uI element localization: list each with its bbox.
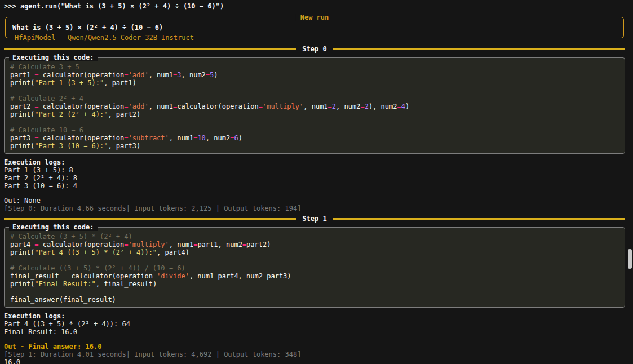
code-line: # Calculate (3 + 5) * (2² + 4) <box>10 233 619 241</box>
execution-logs-title: Execution logs: <box>4 158 625 166</box>
code-line: print("Final Result:", final_result) <box>10 280 619 288</box>
rule-line <box>4 48 296 50</box>
out-line: Out - Final answer: 16.0 <box>4 343 625 350</box>
rule-line <box>333 48 625 50</box>
code-line <box>10 288 619 296</box>
step-rule: Step 0 <box>4 45 625 53</box>
code-line: # Calculate 10 − 6 <box>10 126 619 134</box>
code-line: part1 = calculator(operation='add', num1… <box>10 71 619 79</box>
code-panel-title: Executing this code: <box>9 223 98 231</box>
task-text: What is (3 + 5) × (2² + 4) ÷ (10 − 6) <box>12 24 617 32</box>
log-line: Part 1 (3 + 5): 8 <box>4 166 625 174</box>
code-panel-title: Executing this code: <box>9 54 98 61</box>
new-run-title: New run <box>296 14 334 21</box>
code-line: print("Part 4 ((3 + 5) * (2² + 4)):", pa… <box>10 248 619 256</box>
code-line: # Calculate 3 + 5 <box>10 63 619 71</box>
step-footer: [Step 0: Duration 4.66 seconds| Input to… <box>4 205 625 212</box>
scrollbar-thumb[interactable] <box>628 249 632 269</box>
step-rule: Step 1 <box>4 215 625 223</box>
code-line: print("Part 1 (3 + 5):", part1) <box>10 79 619 87</box>
execution-logs-title: Execution logs: <box>4 312 625 320</box>
log-line: Part 2 (2² + 4): 8 <box>4 174 625 182</box>
rule-line <box>4 218 296 220</box>
model-name: HfApiModel - Qwen/Qwen2.5-Coder-32B-Inst… <box>11 34 197 42</box>
code-panel: Executing this code:# Calculate (3 + 5) … <box>4 227 625 308</box>
code-line: part3 = calculator(operation='subtract',… <box>10 134 619 142</box>
steps-container: Step 0Executing this code:# Calculate 3 … <box>4 45 625 358</box>
code-line <box>10 118 619 126</box>
step-label: Step 0 <box>296 45 332 53</box>
code-line: # Calculate 2² + 4 <box>10 95 619 103</box>
log-line: Part 3 (10 − 6): 4 <box>4 182 625 190</box>
code-line <box>10 87 619 95</box>
repl-command: >>> agent.run("What is (3 + 5) × (2² + 4… <box>4 2 625 10</box>
repl-return-value: 16.0 <box>4 358 625 364</box>
code-line: part2 = calculator(operation='add', num1… <box>10 103 619 110</box>
code-line: print("Part 2 (2² + 4):", part2) <box>10 110 619 118</box>
step-label: Step 1 <box>296 215 332 223</box>
log-line: Part 4 ((3 + 5) * (2² + 4)): 64 <box>4 320 625 328</box>
code-line: print("Part 3 (10 − 6):", part3) <box>10 142 619 150</box>
out-line: Out: None <box>4 197 625 205</box>
new-run-panel: New run What is (3 + 5) × (2² + 4) ÷ (10… <box>5 17 624 38</box>
code-panel: Executing this code:# Calculate 3 + 5par… <box>4 57 625 154</box>
rule-line <box>333 218 625 220</box>
terminal-window: >>> agent.run("What is (3 + 5) × (2² + 4… <box>0 0 633 364</box>
step-footer: [Step 1: Duration 4.01 seconds| Input to… <box>4 350 625 358</box>
code-line: final_answer(final_result) <box>10 296 619 304</box>
code-line <box>10 256 619 264</box>
log-line: Final Result: 16.0 <box>4 328 625 336</box>
code-line: part4 = calculator(operation='multiply',… <box>10 241 619 248</box>
scrollbar[interactable] <box>626 0 633 364</box>
code-line: final_result = calculator(operation='div… <box>10 272 619 280</box>
code-line: # Calculate ((3 + 5) * (2² + 4)) / (10 −… <box>10 264 619 272</box>
